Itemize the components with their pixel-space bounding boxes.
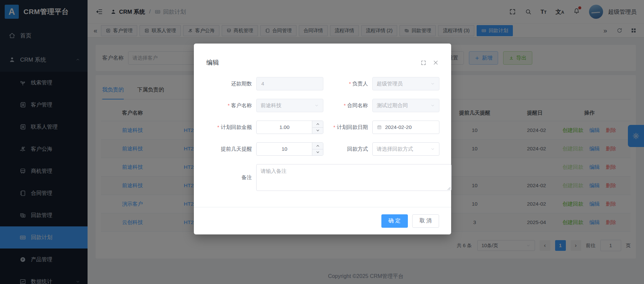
dialog-header: 编辑	[194, 44, 451, 67]
chevron-down-icon	[314, 103, 319, 108]
amount-label: 计划回款金额	[206, 124, 256, 131]
chevron-down-icon	[316, 150, 320, 154]
contract-label: 合同名称	[323, 102, 372, 109]
remark-label: 备注	[206, 174, 256, 181]
dialog-title: 编辑	[206, 58, 219, 67]
contract-select[interactable]: 测试过期合同	[372, 99, 439, 112]
customer-value: 前途科技	[261, 102, 281, 109]
confirm-button[interactable]: 确 定	[381, 214, 408, 228]
remind-days-label: 提前几天提醒	[206, 146, 256, 153]
amount-input[interactable]: 1.00	[256, 121, 323, 134]
calendar-icon	[377, 125, 382, 130]
chevron-down-icon	[316, 129, 320, 132]
remark-placeholder: 请输入备注	[261, 168, 287, 174]
dialog-fullscreen-icon[interactable]	[421, 60, 426, 66]
remind-days-decrease-button[interactable]	[312, 149, 323, 156]
periods-input[interactable]: 4	[256, 77, 323, 90]
resize-grip-icon[interactable]	[447, 187, 450, 190]
chevron-down-icon	[430, 81, 435, 86]
method-select[interactable]: 请选择回款方式	[372, 142, 439, 156]
edit-dialog: 编辑 还款期数 4 负责人 超级管理员	[194, 44, 451, 234]
plan-date-value: 2024-02-20	[385, 124, 412, 130]
chevron-up-icon	[316, 144, 320, 148]
dialog-form: 还款期数 4 负责人 超级管理员 客户名称 前途科技	[194, 67, 451, 191]
plan-date-label: 计划回款日期	[323, 124, 372, 131]
contract-value: 测试过期合同	[377, 102, 408, 109]
method-label: 回款方式	[323, 146, 372, 153]
customer-label: 客户名称	[206, 102, 256, 109]
owner-select[interactable]: 超级管理员	[372, 77, 439, 90]
plan-date-input[interactable]: 2024-02-20	[372, 121, 439, 134]
method-placeholder: 请选择回款方式	[377, 146, 413, 153]
dialog-footer: 确 定 取 消	[194, 207, 451, 234]
remind-days-input[interactable]: 10	[256, 142, 323, 156]
owner-label: 负责人	[323, 80, 372, 87]
chevron-down-icon	[430, 147, 435, 151]
dialog-close-icon[interactable]	[432, 59, 439, 66]
app-screen: A CRM管理平台 首页CRM 系统线索管理客户管理联系人管理客户公海商机管理合…	[0, 0, 644, 284]
remark-textarea[interactable]: 请输入备注	[256, 164, 451, 191]
remind-days-increase-button[interactable]	[312, 143, 323, 149]
chevron-up-icon	[316, 122, 320, 126]
remind-days-value: 10	[281, 146, 298, 152]
cancel-button[interactable]: 取 消	[412, 214, 439, 228]
chevron-down-icon	[430, 103, 435, 108]
owner-value: 超级管理员	[377, 80, 403, 87]
amount-value: 1.00	[279, 124, 300, 130]
periods-label: 还款期数	[206, 80, 256, 87]
amount-increase-button[interactable]	[312, 121, 323, 128]
customer-select[interactable]: 前途科技	[256, 99, 323, 112]
amount-decrease-button[interactable]	[312, 128, 323, 134]
